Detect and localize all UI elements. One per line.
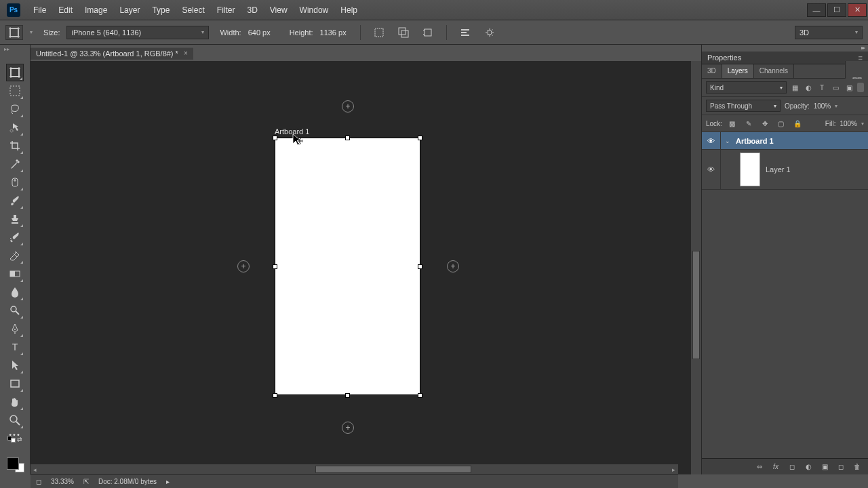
- size-preset-dropdown[interactable]: iPhone 5 (640, 1136) ▾: [66, 26, 209, 39]
- filter-type-icon[interactable]: T: [816, 82, 827, 93]
- tab-channels[interactable]: Channels: [754, 64, 794, 78]
- scroll-left-icon[interactable]: ◂: [31, 466, 39, 473]
- canvas-area[interactable]: Artboard 1 + + + +: [31, 61, 701, 474]
- filter-shape-icon[interactable]: ▭: [830, 82, 841, 93]
- lock-all-icon[interactable]: 🔒: [791, 118, 804, 129]
- export-icon[interactable]: ⇱: [83, 478, 89, 485]
- doc-info[interactable]: Doc: 2.08M/0 bytes: [98, 478, 157, 485]
- handle-bl[interactable]: [273, 393, 277, 398]
- handle-bc[interactable]: [345, 393, 350, 398]
- add-artboard-top[interactable]: +: [342, 100, 354, 113]
- add-artboard-right[interactable]: +: [447, 260, 459, 272]
- pen-tool[interactable]: [6, 320, 24, 338]
- adjustment-layer-icon[interactable]: ◐: [803, 462, 814, 472]
- chevron-down-icon[interactable]: ▾: [835, 103, 837, 109]
- settings-gear-icon[interactable]: [481, 24, 498, 41]
- group-layers-icon[interactable]: ▣: [819, 462, 830, 472]
- history-brush-tool[interactable]: [6, 228, 24, 246]
- height-value[interactable]: 1136 px: [320, 28, 351, 37]
- artboard-option-2-icon[interactable]: [395, 24, 412, 41]
- artboard[interactable]: [275, 138, 420, 395]
- filter-pixel-icon[interactable]: ▦: [789, 82, 800, 93]
- lock-artboard-icon[interactable]: ▢: [775, 118, 787, 129]
- zoom-level[interactable]: 33.33%: [51, 478, 74, 485]
- lock-transparent-icon[interactable]: ▩: [726, 118, 738, 129]
- menu-3d[interactable]: 3D: [241, 0, 263, 20]
- vertical-scrollbar[interactable]: [691, 61, 701, 474]
- fill-value[interactable]: 100%: [840, 120, 857, 127]
- layer-mask-icon[interactable]: ◻: [787, 462, 797, 472]
- brush-tool[interactable]: [6, 192, 24, 209]
- menu-filter[interactable]: Filter: [211, 0, 241, 20]
- handle-mr[interactable]: [418, 264, 422, 269]
- layer-name[interactable]: Artboard 1: [736, 137, 774, 145]
- foreground-color-swatch[interactable]: [7, 458, 19, 470]
- chevron-right-icon[interactable]: ▸: [166, 478, 170, 485]
- scroll-right-icon[interactable]: ▸: [672, 466, 675, 473]
- menu-view[interactable]: View: [264, 0, 294, 20]
- dodge-tool[interactable]: [6, 302, 24, 319]
- scrollbar-thumb[interactable]: [315, 466, 471, 473]
- gradient-tool[interactable]: [6, 265, 24, 283]
- artboard-option-3-icon[interactable]: [419, 24, 437, 41]
- current-tool-icon[interactable]: [5, 25, 23, 40]
- filter-adjust-icon[interactable]: ◐: [803, 82, 814, 93]
- shape-tool[interactable]: [6, 375, 24, 392]
- menu-edit[interactable]: Edit: [52, 0, 79, 20]
- chevron-down-icon[interactable]: ▾: [30, 29, 33, 35]
- group-twisty-icon[interactable]: ⌄: [725, 138, 730, 144]
- artboard-option-1-icon[interactable]: [370, 24, 388, 41]
- eraser-tool[interactable]: [6, 247, 24, 264]
- width-value[interactable]: 640 px: [248, 28, 279, 37]
- handle-tl[interactable]: [273, 136, 277, 140]
- menu-image[interactable]: Image: [79, 0, 113, 20]
- lasso-tool[interactable]: [6, 100, 24, 118]
- path-select-tool[interactable]: [6, 357, 24, 374]
- horizontal-scrollbar[interactable]: ◂ ▸: [31, 464, 678, 474]
- workspace-dropdown[interactable]: 3D ▾: [795, 26, 863, 39]
- align-icon[interactable]: [456, 24, 474, 41]
- layer-fx-icon[interactable]: fx: [770, 462, 781, 472]
- document-tab[interactable]: Untitled-1 @ 33.3% (Artboard 1, RGB/8#) …: [31, 47, 193, 60]
- menu-layer[interactable]: Layer: [113, 0, 146, 20]
- panel-collapse-grip[interactable]: [702, 45, 868, 52]
- chevron-down-icon[interactable]: ▾: [861, 121, 864, 127]
- collapse-grip-icon[interactable]: ▸▸: [4, 46, 9, 52]
- hand-tool[interactable]: [6, 393, 24, 411]
- scrollbar-thumb[interactable]: [692, 251, 700, 359]
- new-layer-icon[interactable]: ◻: [835, 462, 846, 472]
- status-icon[interactable]: ◻: [36, 478, 41, 485]
- type-tool[interactable]: T: [6, 338, 24, 356]
- menu-window[interactable]: Window: [294, 0, 335, 20]
- add-artboard-bottom[interactable]: +: [342, 422, 354, 434]
- handle-tc[interactable]: [345, 136, 350, 140]
- handle-tr[interactable]: [418, 136, 422, 140]
- layer-row-layer1[interactable]: 👁 Layer 1: [702, 150, 868, 190]
- lock-pixels-icon[interactable]: ✎: [743, 118, 755, 129]
- maximize-button[interactable]: ☐: [827, 3, 846, 17]
- zoom-tool[interactable]: [6, 411, 24, 429]
- opacity-value[interactable]: 100%: [814, 102, 831, 110]
- swap-colors-icon[interactable]: ⇄: [17, 436, 22, 441]
- stamp-tool[interactable]: [6, 210, 24, 228]
- filter-smart-icon[interactable]: ▣: [844, 82, 854, 93]
- link-layers-icon[interactable]: ⇔: [754, 462, 765, 472]
- layer-filter-dropdown[interactable]: Kind ▾: [706, 81, 787, 94]
- menu-help[interactable]: Help: [334, 0, 363, 20]
- close-button[interactable]: ✕: [848, 3, 867, 17]
- add-artboard-left[interactable]: +: [237, 260, 250, 272]
- crop-tool[interactable]: [6, 137, 24, 155]
- marquee-tool[interactable]: [6, 82, 24, 100]
- visibility-eye-icon[interactable]: 👁: [707, 137, 715, 145]
- eyedropper-tool[interactable]: [6, 155, 24, 173]
- menu-type[interactable]: Type: [146, 0, 176, 20]
- handle-ml[interactable]: [273, 264, 277, 269]
- filter-toggle-icon[interactable]: [857, 83, 864, 92]
- blend-mode-dropdown[interactable]: Pass Through ▾: [706, 100, 781, 112]
- layer-name[interactable]: Layer 1: [766, 165, 791, 174]
- blur-tool[interactable]: [6, 283, 24, 301]
- menu-file[interactable]: File: [27, 0, 52, 20]
- quick-select-tool[interactable]: [6, 119, 24, 136]
- menu-select[interactable]: Select: [176, 0, 210, 20]
- healing-tool[interactable]: [6, 174, 24, 191]
